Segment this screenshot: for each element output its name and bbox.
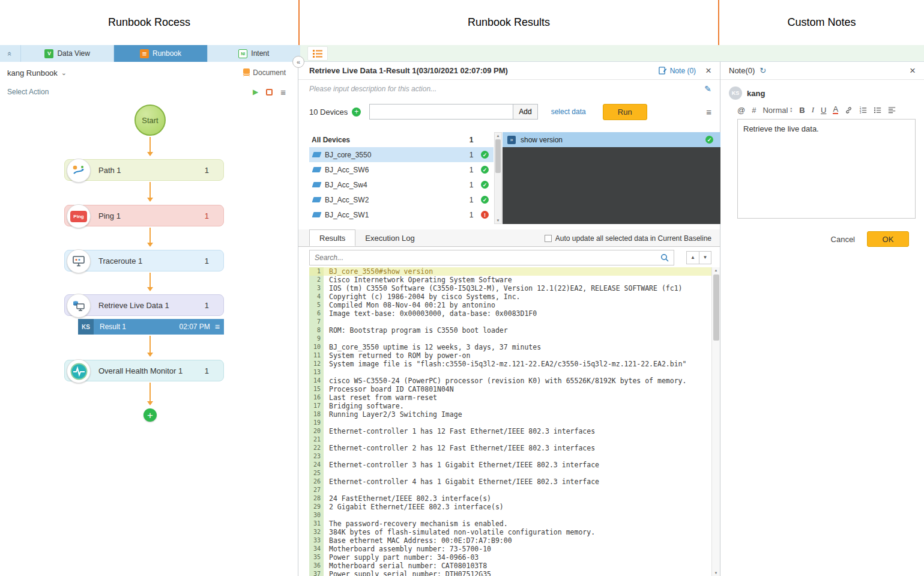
device-list-rows: BJ_core_3550 1 ✓ BJ_Acc_SW6 1 ✓ BJ_Acc_S… bbox=[309, 147, 494, 222]
selected-data-row[interactable]: » show version ✓ bbox=[503, 132, 720, 147]
device-row[interactable]: BJ_Acc_SW6 1 ✓ bbox=[309, 162, 494, 177]
link-button[interactable] bbox=[845, 106, 853, 114]
device-result-count: 1 bbox=[467, 166, 476, 174]
line-number: 37 bbox=[309, 570, 324, 576]
flow-node-ping[interactable]: Ping Ping 1 1 bbox=[64, 205, 224, 226]
line-text bbox=[324, 335, 711, 343]
device-list: All Devices 1 BJ_core_3550 1 ✓ BJ_Acc_SW… bbox=[309, 132, 494, 224]
line-text bbox=[324, 486, 711, 494]
note-editor[interactable]: Retrieve the live data. bbox=[737, 119, 916, 219]
device-row[interactable]: BJ_Acc_Sw4 1 ✓ bbox=[309, 177, 494, 192]
ordered-list-button[interactable]: 123 bbox=[859, 106, 867, 114]
cancel-button[interactable]: Cancel bbox=[831, 235, 855, 244]
code-line: 16 Last reset from warm-reset bbox=[309, 393, 711, 402]
line-text: ROM: Bootstrap program is C3550 boot loa… bbox=[324, 326, 711, 335]
scroll-thumb[interactable] bbox=[495, 139, 501, 173]
note-link[interactable]: Note (0) bbox=[659, 67, 696, 75]
bullet-list-button[interactable] bbox=[874, 106, 881, 114]
hashtag-button[interactable]: # bbox=[752, 106, 756, 115]
document-button[interactable]: Document bbox=[243, 68, 286, 77]
line-number: 22 bbox=[309, 444, 324, 452]
ok-button[interactable]: OK bbox=[867, 231, 909, 247]
bold-button[interactable]: B bbox=[799, 106, 805, 115]
device-list-header: All Devices 1 bbox=[309, 132, 494, 147]
flow-node-retrieve-live-data[interactable]: Retrieve Live Data 1 1 bbox=[64, 294, 224, 316]
auto-update-checkbox[interactable] bbox=[545, 235, 552, 242]
runbook-name: kang Runbook bbox=[7, 68, 58, 77]
result-item[interactable]: KS Result 1 02:07 PM ≡ bbox=[78, 319, 224, 335]
scroll-up-icon[interactable]: ▲ bbox=[714, 267, 718, 273]
tab-runbook[interactable]: ≡ Runbook bbox=[113, 45, 207, 62]
runbook-selector[interactable]: kang Runbook ⌄ bbox=[7, 68, 67, 77]
description-row[interactable]: Please input description for this action… bbox=[309, 81, 711, 97]
device-row[interactable]: BJ_Acc_SW2 1 ✓ bbox=[309, 192, 494, 207]
tab-data-view[interactable]: V Data View bbox=[20, 45, 113, 62]
run-runbook-icon[interactable]: ▶ bbox=[253, 88, 258, 96]
edit-pencil-icon[interactable]: ✎ bbox=[704, 84, 711, 94]
menu-icon[interactable]: ≡ bbox=[215, 322, 220, 332]
search-input[interactable] bbox=[315, 253, 660, 262]
text-style-select[interactable]: Normal ▲▼ bbox=[762, 106, 793, 115]
runbook-list-button[interactable] bbox=[307, 46, 328, 61]
note-actions: Cancel OK bbox=[831, 231, 909, 247]
line-text: Compiled Mon 08-Nov-04 00:21 by antonino bbox=[324, 301, 711, 309]
align-button[interactable] bbox=[888, 106, 896, 114]
device-result-count: 1 bbox=[467, 181, 476, 189]
search-icon[interactable] bbox=[660, 253, 669, 262]
avatar: KS bbox=[78, 319, 94, 335]
device-list-scrollbar[interactable]: ▲ ▼ bbox=[494, 132, 502, 224]
run-button[interactable]: Run bbox=[603, 104, 647, 120]
mention-button[interactable]: @ bbox=[737, 106, 745, 115]
flow-arrow bbox=[149, 228, 151, 246]
line-number: 24 bbox=[309, 461, 324, 469]
result-time: 02:07 PM bbox=[179, 323, 210, 331]
devices-row: 10 Devices + Add select data Run ≡ bbox=[298, 103, 720, 121]
device-row[interactable]: BJ_core_3550 1 ✓ bbox=[309, 147, 494, 162]
device-status-icon: ✓ bbox=[481, 196, 489, 204]
tab-execution-log[interactable]: Execution Log bbox=[355, 229, 424, 246]
output-scrollbar[interactable]: ▲ ▼ bbox=[711, 267, 720, 576]
code-line: 36 Motherboard serial number: CAT080103T… bbox=[309, 562, 711, 570]
scroll-down-icon[interactable]: ▼ bbox=[714, 570, 718, 576]
menu-icon[interactable]: ≡ bbox=[280, 87, 286, 97]
refresh-icon[interactable]: ↻ bbox=[759, 66, 766, 75]
add-button[interactable]: Add bbox=[513, 104, 537, 120]
device-status-icon: ✓ bbox=[481, 151, 489, 159]
menu-icon[interactable]: ≡ bbox=[706, 107, 711, 117]
device-row[interactable]: BJ_Acc_SW1 1 ! bbox=[309, 207, 494, 222]
scroll-up-icon[interactable]: ▲ bbox=[497, 133, 500, 139]
code-line: 34 Motherboard assembly number: 73-5700-… bbox=[309, 545, 711, 553]
line-text: Power supply part number: 34-0966-03 bbox=[324, 553, 711, 562]
devices-count-label: 10 Devices bbox=[309, 108, 348, 117]
find-next-button[interactable]: ▼ bbox=[699, 252, 711, 264]
italic-button[interactable]: I bbox=[812, 105, 814, 115]
flow-start-node[interactable]: Start bbox=[134, 105, 166, 136]
close-icon[interactable]: × bbox=[705, 65, 711, 76]
collapse-left-icon[interactable]: « bbox=[292, 56, 304, 68]
flow-node-health-monitor[interactable]: Overall Health Monitor 1 1 bbox=[64, 360, 224, 381]
find-prev-button[interactable]: ▲ bbox=[687, 252, 699, 264]
collapse-up-icon[interactable]: « bbox=[0, 45, 20, 62]
select-data-link[interactable]: select data bbox=[551, 108, 586, 116]
device-input[interactable] bbox=[369, 104, 513, 120]
add-action-button[interactable]: + bbox=[143, 408, 157, 422]
line-number: 33 bbox=[309, 536, 324, 545]
result-label: Result 1 bbox=[100, 323, 126, 331]
tab-intent[interactable]: NI Intent bbox=[207, 45, 300, 62]
font-color-button[interactable]: A bbox=[833, 106, 838, 114]
tab-label: Intent bbox=[251, 49, 269, 58]
line-number: 6 bbox=[309, 309, 324, 318]
code-line: 11 System returned to ROM by power-on bbox=[309, 351, 711, 360]
scroll-thumb[interactable] bbox=[713, 274, 719, 341]
flow-node-path[interactable]: Path 1 1 bbox=[64, 159, 224, 181]
close-icon[interactable]: × bbox=[910, 65, 916, 76]
line-number: 2 bbox=[309, 276, 324, 284]
underline-button[interactable]: U bbox=[821, 106, 826, 115]
scroll-down-icon[interactable]: ▼ bbox=[497, 217, 500, 223]
code-line: 35 Power supply part number: 34-0966-03 bbox=[309, 553, 711, 562]
stop-runbook-icon[interactable] bbox=[266, 89, 273, 95]
code-line: 3 IOS (tm) C3550 Software (C3550-I5Q3L2-… bbox=[309, 284, 711, 293]
add-device-icon[interactable]: + bbox=[352, 108, 361, 117]
tab-results[interactable]: Results bbox=[309, 229, 355, 246]
flow-node-traceroute[interactable]: Traceroute 1 1 bbox=[64, 250, 224, 271]
